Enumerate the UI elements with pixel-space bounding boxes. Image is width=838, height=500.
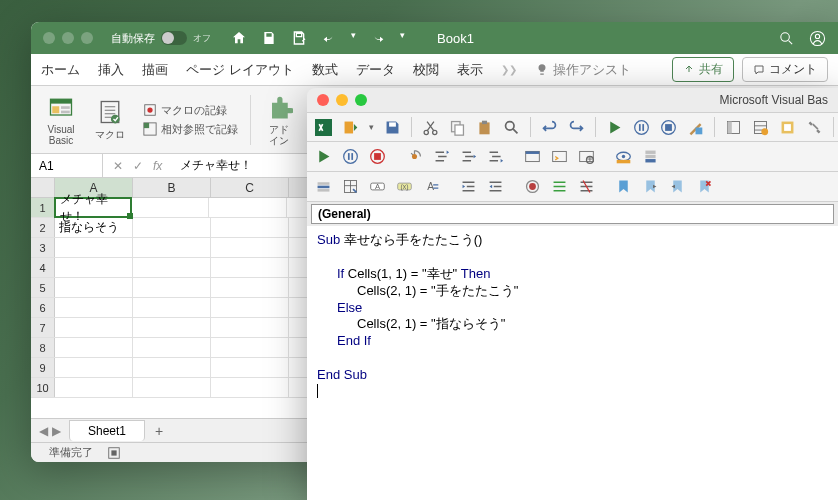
tab-view[interactable]: 表示 bbox=[457, 61, 483, 79]
insert-dropdown[interactable]: ▾ bbox=[369, 122, 374, 132]
relative-reference-button[interactable]: 相対参照で記録 bbox=[143, 122, 238, 137]
tab-draw[interactable]: 描画 bbox=[142, 61, 168, 79]
row-header[interactable]: 7 bbox=[31, 318, 55, 337]
watch-window-icon[interactable] bbox=[578, 148, 595, 165]
tab-data[interactable]: データ bbox=[356, 61, 395, 79]
cell[interactable] bbox=[55, 358, 133, 377]
sheet-next-icon[interactable]: ▶ bbox=[52, 424, 61, 438]
search-icon[interactable] bbox=[778, 30, 795, 47]
step-out-icon[interactable] bbox=[487, 148, 504, 165]
fx-icon[interactable]: fx bbox=[153, 159, 162, 173]
quick-info-icon[interactable]: A bbox=[369, 178, 386, 195]
toggle-breakpoint-icon[interactable] bbox=[406, 148, 423, 165]
undo-icon[interactable] bbox=[321, 30, 337, 46]
sheet-tab-1[interactable]: Sheet1 bbox=[69, 420, 145, 441]
cell[interactable] bbox=[211, 338, 289, 357]
cell[interactable] bbox=[133, 218, 211, 237]
cell[interactable] bbox=[211, 218, 289, 237]
immediate-window-icon[interactable] bbox=[551, 148, 568, 165]
bookmark-toggle-icon[interactable] bbox=[615, 178, 632, 195]
share-button[interactable]: 共有 bbox=[672, 57, 734, 82]
undo-dropdown[interactable]: ▾ bbox=[351, 30, 356, 46]
bookmark-prev-icon[interactable] bbox=[669, 178, 686, 195]
select-all-corner[interactable] bbox=[31, 178, 55, 197]
close-icon[interactable] bbox=[317, 94, 329, 106]
list-constants-icon[interactable] bbox=[342, 178, 359, 195]
row-header[interactable]: 10 bbox=[31, 378, 55, 397]
record-macro-button[interactable]: マクロの記録 bbox=[143, 103, 238, 118]
design-mode-icon[interactable] bbox=[687, 119, 704, 136]
col-header-c[interactable]: C bbox=[211, 178, 289, 197]
macro-status-icon[interactable] bbox=[107, 446, 121, 460]
account-icon[interactable] bbox=[809, 30, 826, 47]
row-header[interactable]: 9 bbox=[31, 358, 55, 377]
find-icon[interactable] bbox=[503, 119, 520, 136]
tab-formulas[interactable]: 数式 bbox=[312, 61, 338, 79]
breakpoint-icon[interactable] bbox=[524, 178, 541, 195]
cell[interactable]: メチャ幸せ！ bbox=[54, 197, 132, 218]
save-icon[interactable] bbox=[261, 30, 277, 46]
redo-icon[interactable] bbox=[370, 30, 386, 46]
tab-home[interactable]: ホーム bbox=[41, 61, 80, 79]
cell[interactable] bbox=[55, 378, 133, 397]
cell[interactable] bbox=[55, 318, 133, 337]
add-sheet-button[interactable]: + bbox=[145, 423, 173, 439]
cell[interactable] bbox=[209, 198, 287, 217]
row-header[interactable]: 3 bbox=[31, 238, 55, 257]
cell[interactable] bbox=[131, 198, 209, 217]
minimize-icon[interactable] bbox=[62, 32, 74, 44]
cell[interactable] bbox=[55, 338, 133, 357]
visual-basic-button[interactable]: Visual Basic bbox=[41, 94, 81, 146]
cell[interactable] bbox=[55, 298, 133, 317]
cell[interactable] bbox=[211, 258, 289, 277]
locals-window-icon[interactable] bbox=[524, 148, 541, 165]
row-header[interactable]: 1 bbox=[31, 198, 55, 217]
macros-button[interactable]: マクロ bbox=[89, 98, 131, 142]
reset-icon[interactable] bbox=[369, 148, 386, 165]
row-header[interactable]: 5 bbox=[31, 278, 55, 297]
pause-icon[interactable] bbox=[633, 119, 650, 136]
cell[interactable] bbox=[55, 258, 133, 277]
cell[interactable] bbox=[133, 278, 211, 297]
zoom-icon[interactable] bbox=[81, 32, 93, 44]
home-icon[interactable] bbox=[231, 30, 247, 46]
cell[interactable] bbox=[133, 378, 211, 397]
sheet-prev-icon[interactable]: ◀ bbox=[39, 424, 48, 438]
tab-overflow-icon[interactable]: ❯❯ bbox=[501, 64, 517, 75]
cell[interactable] bbox=[211, 298, 289, 317]
enter-icon[interactable]: ✓ bbox=[133, 159, 143, 173]
run-icon[interactable] bbox=[606, 119, 623, 136]
row-header[interactable]: 8 bbox=[31, 338, 55, 357]
comments-button[interactable]: コメント bbox=[742, 57, 828, 82]
stop-icon[interactable] bbox=[660, 119, 677, 136]
row-header[interactable]: 4 bbox=[31, 258, 55, 277]
comment-block-icon[interactable] bbox=[551, 178, 568, 195]
redo-dropdown[interactable]: ▾ bbox=[400, 30, 405, 46]
tell-me[interactable]: 操作アシスト bbox=[535, 61, 631, 79]
row-header[interactable]: 6 bbox=[31, 298, 55, 317]
step-over-icon[interactable] bbox=[460, 148, 477, 165]
list-properties-icon[interactable] bbox=[315, 178, 332, 195]
properties-icon[interactable] bbox=[752, 119, 769, 136]
break-icon[interactable] bbox=[342, 148, 359, 165]
cell[interactable] bbox=[55, 278, 133, 297]
bookmark-clear-icon[interactable] bbox=[696, 178, 713, 195]
cell[interactable] bbox=[211, 378, 289, 397]
save-as-icon[interactable] bbox=[291, 30, 307, 46]
cell[interactable] bbox=[211, 318, 289, 337]
redo-icon[interactable] bbox=[568, 119, 585, 136]
row-header[interactable]: 2 bbox=[31, 218, 55, 237]
close-icon[interactable] bbox=[43, 32, 55, 44]
addins-button[interactable]: アド イン bbox=[259, 94, 299, 146]
copy-icon[interactable] bbox=[449, 119, 466, 136]
tab-page-layout[interactable]: ページ レイアウト bbox=[186, 61, 294, 79]
cell[interactable] bbox=[133, 358, 211, 377]
complete-word-icon[interactable]: A bbox=[423, 178, 440, 195]
minimize-icon[interactable] bbox=[336, 94, 348, 106]
save-icon[interactable] bbox=[384, 119, 401, 136]
object-browser-icon[interactable] bbox=[779, 119, 796, 136]
parameter-info-icon[interactable]: (x) bbox=[396, 178, 413, 195]
toolbox-icon[interactable] bbox=[806, 119, 823, 136]
outdent-icon[interactable] bbox=[487, 178, 504, 195]
autosave-switch[interactable] bbox=[161, 31, 187, 45]
